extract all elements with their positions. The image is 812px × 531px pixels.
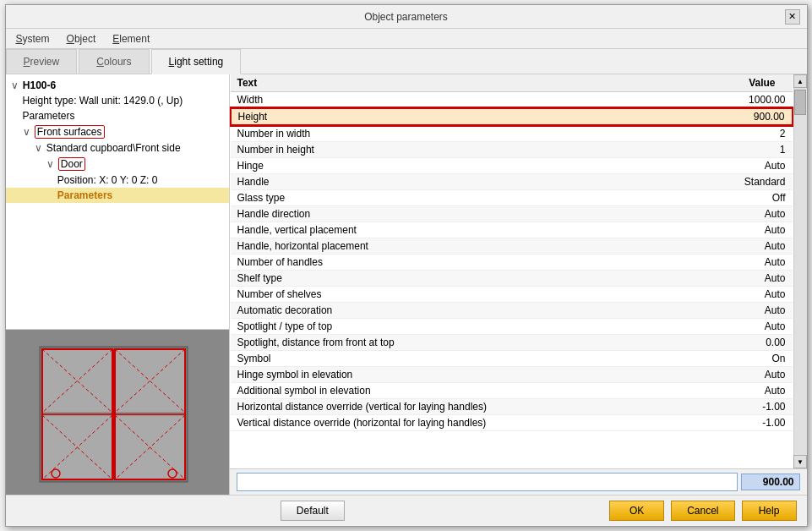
ok-button[interactable]: OK [609, 501, 664, 521]
param-value-cell: Auto [695, 367, 792, 383]
params-table: Text Value Width1000.00Height900.00Numbe… [230, 74, 793, 468]
action-buttons: OK Cancel Help [609, 501, 796, 521]
highlighted-row[interactable]: Height900.00 [231, 108, 793, 125]
param-value-cell: Auto [695, 319, 792, 335]
table-row[interactable]: HingeAuto [231, 158, 793, 174]
param-name-cell: Vertical distance override (horizontal f… [231, 415, 696, 431]
scroll-down-arrow[interactable]: ▼ [793, 455, 807, 468]
left-panel: ∨ H100-6 Height type: Wall unit: 1429.0 … [6, 74, 230, 495]
param-name-cell: Width [231, 92, 696, 109]
param-name-cell: Horizontal distance override (vertical f… [231, 399, 696, 415]
table-row[interactable]: Shelf typeAuto [231, 271, 793, 287]
tree-item-parameters-selected[interactable]: Parameters [6, 188, 229, 203]
tree-item-parameters-top[interactable]: Parameters [6, 108, 229, 123]
param-value-cell: Auto [695, 287, 792, 303]
tree-item-door[interactable]: ∨ Door [6, 156, 229, 172]
table-row[interactable]: Vertical distance override (horizontal f… [231, 415, 793, 431]
help-button[interactable]: Help [742, 501, 797, 521]
table-row[interactable]: Number in height1 [231, 142, 793, 158]
tree-item-h100[interactable]: ∨ H100-6 [6, 78, 229, 93]
param-value-cell: -1.00 [695, 399, 792, 415]
table-row[interactable]: Additional symbol in elevationAuto [231, 383, 793, 399]
cancel-button[interactable]: Cancel [671, 501, 734, 521]
param-name-cell: Glass type [231, 190, 696, 206]
table-row[interactable]: Number of shelvesAuto [231, 287, 793, 303]
param-value-cell: Auto [695, 271, 792, 287]
param-name-cell: Hinge [231, 158, 696, 174]
param-value-cell: Auto [695, 303, 792, 319]
param-name-cell: Handle direction [231, 206, 696, 222]
param-name-cell: Handle, vertical placement [231, 222, 696, 238]
input-row: 900.00 [230, 468, 807, 495]
scrollbar[interactable]: ▲ ▼ [793, 74, 807, 468]
param-value-cell: Auto [695, 158, 792, 174]
title-bar: Object parameters ✕ [6, 5, 807, 29]
param-value-cell: Auto [695, 383, 792, 399]
table-row[interactable]: Handle, vertical placementAuto [231, 222, 793, 238]
parameters-table: Text Value Width1000.00Height900.00Numbe… [230, 74, 793, 431]
param-value-cell: Off [695, 190, 792, 206]
table-row[interactable]: Glass typeOff [231, 190, 793, 206]
tabs: Preview Colours Light setting [6, 49, 807, 74]
scroll-up-arrow[interactable]: ▲ [793, 74, 807, 88]
param-value-cell: Auto [695, 255, 792, 271]
param-value-cell: -1.00 [695, 415, 792, 431]
table-container: Text Value Width1000.00Height900.00Numbe… [230, 74, 807, 468]
tree-item-position[interactable]: Position: X: 0 Y: 0 Z: 0 [6, 172, 229, 188]
table-row[interactable]: Hinge symbol in elevationAuto [231, 367, 793, 383]
main-content: ∨ H100-6 Height type: Wall unit: 1429.0 … [6, 74, 807, 495]
table-row[interactable]: Width1000.00 [231, 92, 793, 109]
table-row[interactable]: Automatic decorationAuto [231, 303, 793, 319]
tab-colours[interactable]: Colours [79, 49, 149, 74]
col-text: Text [231, 74, 696, 92]
param-value-cell: Auto [695, 238, 792, 255]
param-value-cell: 900.00 [695, 108, 792, 125]
table-row[interactable]: Number in width2 [231, 125, 793, 142]
tab-light-setting[interactable]: Light setting [151, 49, 242, 74]
param-name-cell: Handle, horizontal placement [231, 238, 696, 255]
table-row[interactable]: Spotlight / type of topAuto [231, 319, 793, 335]
close-button[interactable]: ✕ [785, 9, 800, 25]
param-input-value[interactable]: 900.00 [741, 474, 800, 490]
menu-element[interactable]: Element [109, 33, 153, 45]
param-name-cell: Shelf type [231, 271, 696, 287]
param-name-cell: Number of handles [231, 255, 696, 271]
param-name-cell: Height [231, 108, 696, 125]
param-name-cell: Spotlight / type of top [231, 319, 696, 335]
table-row[interactable]: Number of handlesAuto [231, 255, 793, 271]
tree-item-height-type[interactable]: Height type: Wall unit: 1429.0 (, Up) [6, 93, 229, 108]
table-row[interactable]: SymbolOn [231, 351, 793, 367]
scroll-thumb[interactable] [794, 90, 806, 115]
dialog-title: Object parameters [28, 11, 785, 23]
param-value-cell: 2 [695, 125, 792, 142]
param-value-cell: Auto [695, 206, 792, 222]
menu-object[interactable]: Object [63, 33, 100, 45]
param-name-cell: Spotlight, distance from front at top [231, 335, 696, 351]
dialog: Object parameters ✕ System Object Elemen… [5, 4, 808, 527]
param-input-field[interactable] [237, 473, 738, 491]
menu-system[interactable]: System [13, 33, 53, 45]
param-name-cell: Additional symbol in elevation [231, 383, 696, 399]
table-row[interactable]: Handle directionAuto [231, 206, 793, 222]
tab-preview[interactable]: Preview [6, 49, 78, 74]
menu-bar: System Object Element [6, 29, 807, 49]
preview-area [6, 330, 229, 495]
param-name-cell: Hinge symbol in elevation [231, 367, 696, 383]
tree-item-front-surfaces[interactable]: ∨ Front surfaces [6, 123, 229, 140]
table-row[interactable]: Horizontal distance override (vertical f… [231, 399, 793, 415]
param-value-cell: 0.00 [695, 335, 792, 351]
param-value-cell: 1 [695, 142, 792, 158]
col-value: Value [695, 74, 792, 92]
bottom-buttons: Default OK Cancel Help [6, 495, 807, 526]
default-button[interactable]: Default [281, 501, 345, 521]
table-row[interactable]: HandleStandard [231, 174, 793, 190]
param-value-cell: 1000.00 [695, 92, 792, 109]
param-name-cell: Number in height [231, 142, 696, 158]
param-name-cell: Automatic decoration [231, 303, 696, 319]
table-row[interactable]: Spotlight, distance from front at top0.0… [231, 335, 793, 351]
table-row[interactable]: Handle, horizontal placementAuto [231, 238, 793, 255]
tree-item-standard-cupboard[interactable]: ∨ Standard cupboard\Front side [6, 140, 229, 156]
param-value-cell: On [695, 351, 792, 367]
param-value-cell: Standard [695, 174, 792, 190]
param-name-cell: Handle [231, 174, 696, 190]
